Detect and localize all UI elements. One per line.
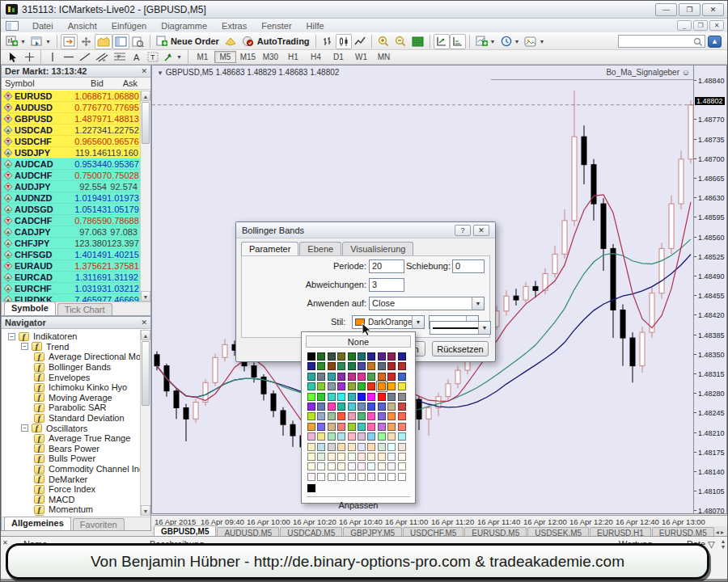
color-swatch[interactable]	[307, 443, 315, 451]
color-swatch[interactable]	[348, 362, 356, 370]
profiles-button[interactable]: ▼	[28, 34, 53, 49]
color-swatch[interactable]	[307, 362, 315, 370]
navigator-header[interactable]: Navigator ✕	[2, 317, 150, 329]
cursor-tool-button[interactable]	[5, 49, 21, 65]
menu-item-einfügen[interactable]: Einfügen	[104, 20, 154, 32]
color-swatch[interactable]	[398, 443, 406, 451]
timeframe-button-mn[interactable]: MN	[373, 51, 395, 63]
color-swatch[interactable]	[387, 453, 396, 461]
color-swatch[interactable]	[387, 462, 396, 470]
color-swatch[interactable]	[387, 382, 396, 390]
color-swatch[interactable]	[337, 412, 345, 420]
tree-item-parabolic-sar[interactable]: fParabolic SAR	[2, 403, 140, 413]
stil-width-select[interactable]: ▼	[430, 321, 491, 335]
candlestick-chart-button[interactable]	[336, 34, 352, 49]
color-swatch[interactable]	[317, 453, 325, 461]
color-swatch[interactable]	[358, 362, 366, 370]
tree-item-momentum[interactable]: fMomentum	[2, 504, 140, 515]
tree-item-moving-average[interactable]: fMoving Average	[2, 393, 140, 403]
color-swatch[interactable]	[378, 443, 386, 451]
color-swatch[interactable]	[348, 412, 356, 420]
color-swatch[interactable]	[398, 432, 406, 441]
color-swatch[interactable]	[348, 443, 356, 451]
close-icon[interactable]: ✕	[141, 318, 147, 327]
color-swatch[interactable]	[328, 403, 336, 411]
color-swatch[interactable]	[387, 443, 396, 451]
color-swatch[interactable]	[307, 382, 315, 390]
color-swatch[interactable]	[367, 443, 375, 451]
color-swatch[interactable]	[378, 423, 386, 431]
timeframe-button-m15[interactable]: M15	[237, 51, 259, 63]
color-swatch[interactable]	[367, 373, 375, 381]
color-swatch[interactable]	[367, 473, 375, 481]
mql-wizard-icon[interactable]	[222, 34, 239, 49]
color-swatch[interactable]	[317, 443, 325, 451]
zoom-out-button[interactable]	[392, 34, 409, 49]
community-chat-icon[interactable]: ▲	[708, 36, 722, 48]
chevron-down-icon[interactable]: ▼	[478, 322, 490, 334]
color-swatch[interactable]	[367, 403, 375, 411]
color-swatch[interactable]	[317, 362, 325, 370]
navigator-scrollbar[interactable]: ▲ ▼	[140, 330, 150, 516]
color-swatch[interactable]	[398, 462, 406, 470]
color-swatch[interactable]	[328, 373, 336, 381]
color-swatch[interactable]	[367, 352, 375, 361]
color-swatch[interactable]	[317, 352, 325, 361]
minimize-button[interactable]: —	[655, 3, 677, 16]
color-swatch[interactable]	[307, 373, 315, 381]
market-watch-row[interactable]: USDCHF0.965600.96576	[2, 136, 141, 147]
color-swatch[interactable]	[398, 352, 406, 361]
color-swatch[interactable]	[328, 443, 336, 451]
menu-item-diagramme[interactable]: Diagramme	[154, 20, 214, 32]
fibonacci-tool[interactable]: F	[111, 49, 129, 65]
timeframe-button-m5[interactable]: M5	[214, 51, 236, 63]
color-swatch[interactable]	[328, 462, 336, 470]
color-swatch[interactable]	[387, 473, 396, 481]
tree-item-macd[interactable]: fMACD	[2, 495, 140, 505]
tree-item-average-directional-movem[interactable]: fAverage Directional Movem	[2, 352, 140, 362]
menu-item-hilfe[interactable]: Hilfe	[299, 20, 332, 32]
dialog-title-bar[interactable]: Bollinger Bands ? ✕	[236, 222, 495, 238]
col-symbol[interactable]: Symbol	[2, 78, 65, 88]
market-watch-row[interactable]: CHFSGD1.401491.40215	[2, 249, 141, 260]
color-swatch[interactable]	[337, 382, 345, 390]
scroll-down-icon[interactable]: ▼	[141, 505, 150, 516]
market-watch-row[interactable]: EURCAD1.311691.31192	[2, 272, 141, 283]
market-watch-row[interactable]: AUDCAD0.953440.95367	[2, 158, 141, 170]
color-swatch[interactable]	[398, 382, 406, 390]
color-swatch[interactable]	[348, 473, 356, 481]
color-swatch[interactable]	[317, 403, 325, 411]
fixed-scale-button[interactable]	[450, 34, 466, 49]
tree-item-bears-power[interactable]: fBears Power	[2, 444, 140, 454]
color-swatch[interactable]	[337, 423, 345, 431]
color-swatch[interactable]	[398, 473, 406, 481]
color-swatch[interactable]	[358, 473, 366, 481]
color-swatch[interactable]	[317, 412, 325, 420]
color-swatch[interactable]	[317, 462, 325, 470]
color-swatch[interactable]	[348, 403, 356, 411]
market-watch-header[interactable]: Der Markt: 13:13:42 ✕	[2, 65, 150, 78]
scrollbar-thumb[interactable]	[142, 341, 150, 406]
color-swatch[interactable]	[367, 432, 375, 441]
arrows-tool-button[interactable]: ▼	[161, 49, 184, 65]
color-swatch[interactable]	[307, 403, 315, 411]
color-swatch[interactable]	[378, 393, 386, 401]
text-tool[interactable]: T	[145, 49, 161, 65]
color-swatch[interactable]	[358, 453, 366, 461]
color-swatch[interactable]	[387, 412, 396, 420]
color-swatch[interactable]	[337, 462, 345, 470]
timeframe-button-d1[interactable]: D1	[328, 51, 349, 63]
market-watch-row[interactable]: CHFJPY123.380123.397	[2, 238, 141, 249]
color-swatch[interactable]	[387, 373, 396, 381]
market-watch-scrollbar[interactable]: ▲ ▼	[140, 91, 150, 302]
color-swatch[interactable]	[317, 432, 325, 441]
vertical-line-tool[interactable]	[44, 49, 61, 65]
color-swatch[interactable]	[378, 362, 386, 370]
color-swatch[interactable]	[378, 403, 386, 411]
scrollbar-thumb[interactable]	[142, 102, 150, 144]
color-anpassen-option[interactable]: Anpassen	[302, 497, 415, 510]
color-swatch[interactable]	[328, 473, 336, 481]
zoom-in-button[interactable]	[375, 34, 392, 49]
color-swatch[interactable]	[378, 373, 386, 381]
color-swatch[interactable]	[367, 393, 375, 401]
